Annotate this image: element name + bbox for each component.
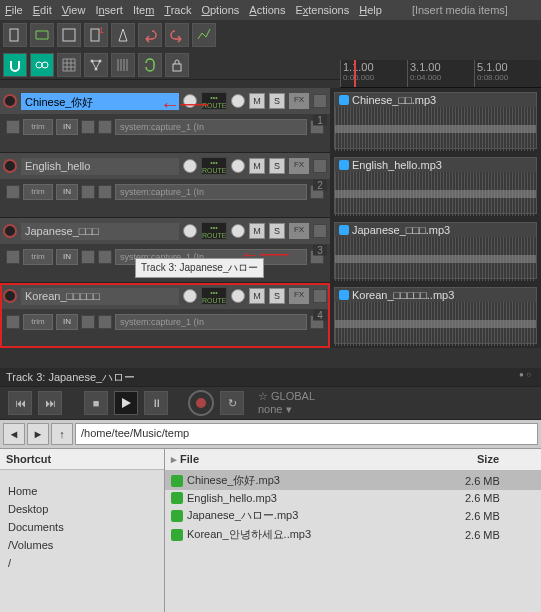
shortcut-item[interactable]: Home: [0, 482, 164, 500]
menu-actions[interactable]: Actions: [249, 4, 285, 16]
menu-item[interactable]: Item: [133, 4, 154, 16]
clip-lane-4[interactable]: Korean_□□□□□..mp3: [330, 283, 541, 348]
record-arm-button[interactable]: [3, 94, 17, 108]
record-arm-button[interactable]: [3, 289, 17, 303]
record-button[interactable]: [188, 390, 214, 416]
nav-back-button[interactable]: ◄: [3, 423, 25, 445]
input-button[interactable]: IN: [56, 184, 78, 200]
solo-button[interactable]: S: [269, 223, 285, 239]
project-settings-button[interactable]: 1: [84, 23, 108, 47]
nav-up-button[interactable]: ↑: [51, 423, 73, 445]
item-info-icon[interactable]: [339, 95, 349, 105]
monitor-button[interactable]: [81, 250, 95, 264]
envelope-button[interactable]: [313, 94, 327, 108]
monitor-button[interactable]: [81, 315, 95, 329]
media-item[interactable]: Japanese_□□□.mp3: [334, 222, 537, 279]
input-fx-button[interactable]: [98, 250, 112, 264]
shortcut-item[interactable]: /Volumes: [0, 536, 164, 554]
input-source[interactable]: system:capture_1 (In: [115, 119, 307, 135]
track-name-field[interactable]: Korean_□□□□□: [21, 288, 179, 305]
ripple-button[interactable]: [30, 53, 54, 77]
lock-button[interactable]: [165, 53, 189, 77]
trim-button[interactable]: trim: [23, 314, 53, 330]
route-button[interactable]: ••• ROUTE: [201, 222, 227, 240]
open-project-button[interactable]: [30, 23, 54, 47]
media-item[interactable]: Korean_□□□□□..mp3: [334, 287, 537, 344]
stop-button[interactable]: ■: [84, 391, 108, 415]
input-fx-button[interactable]: [98, 185, 112, 199]
grid-button[interactable]: [57, 53, 81, 77]
pan-knob[interactable]: [231, 289, 245, 303]
record-mode-button[interactable]: [6, 185, 20, 199]
menu-edit[interactable]: Edit: [33, 4, 52, 16]
volume-knob[interactable]: [183, 159, 197, 173]
undo-button[interactable]: [138, 23, 162, 47]
input-button[interactable]: IN: [56, 249, 78, 265]
solo-button[interactable]: S: [269, 93, 285, 109]
file-row[interactable]: Korean_안녕하세요..mp3 2.6 MB: [165, 525, 541, 544]
mute-button[interactable]: M: [249, 158, 265, 174]
loop-button[interactable]: [138, 53, 162, 77]
snap-button[interactable]: [3, 53, 27, 77]
envelope-button[interactable]: [313, 289, 327, 303]
redo-button[interactable]: [165, 23, 189, 47]
trim-button[interactable]: trim: [23, 184, 53, 200]
mute-button[interactable]: M: [249, 288, 265, 304]
menu-file[interactable]: File: [5, 4, 23, 16]
solo-button[interactable]: S: [269, 288, 285, 304]
mute-button[interactable]: M: [249, 93, 265, 109]
input-button[interactable]: IN: [56, 119, 78, 135]
play-button[interactable]: [114, 391, 138, 415]
record-arm-button[interactable]: [3, 159, 17, 173]
path-input[interactable]: /home/tee/Music/temp: [75, 423, 538, 445]
record-arm-button[interactable]: [3, 224, 17, 238]
automation-mode[interactable]: ☆ GLOBAL none ▾: [258, 390, 315, 416]
save-project-button[interactable]: [57, 23, 81, 47]
clip-lane-1[interactable]: Chinese_□□.mp3: [330, 88, 541, 153]
trim-button[interactable]: trim: [23, 119, 53, 135]
shortcut-item[interactable]: /: [0, 554, 164, 572]
go-start-button[interactable]: ⏮: [8, 391, 32, 415]
record-mode-button[interactable]: [6, 315, 20, 329]
input-fx-button[interactable]: [98, 120, 112, 134]
menu-help[interactable]: Help: [359, 4, 382, 16]
file-row[interactable]: Japanese_ハロー.mp3 2.6 MB: [165, 506, 541, 525]
input-fx-button[interactable]: [98, 315, 112, 329]
clip-lane-3[interactable]: Japanese_□□□.mp3: [330, 218, 541, 283]
track-4[interactable]: Korean_□□□□□ ••• ROUTE M S FX trim IN sy…: [0, 283, 330, 348]
timeline-ruler[interactable]: 1.1.000:00.000 3.1.000:04.000 5.1.000:08…: [340, 60, 541, 88]
clip-lane-2[interactable]: English_hello.mp3: [330, 153, 541, 218]
file-row[interactable]: English_hello.mp3 2.6 MB: [165, 490, 541, 506]
solo-button[interactable]: S: [269, 158, 285, 174]
go-end-button[interactable]: ⏭: [38, 391, 62, 415]
nav-forward-button[interactable]: ►: [27, 423, 49, 445]
route-button[interactable]: ••• ROUTE: [201, 287, 227, 305]
envelope-button[interactable]: [313, 224, 327, 238]
volume-knob[interactable]: [183, 224, 197, 238]
menu-track[interactable]: Track: [164, 4, 191, 16]
track-2[interactable]: English_hello ••• ROUTE M S FX trim IN s…: [0, 153, 330, 218]
monitor-button[interactable]: [81, 120, 95, 134]
input-button[interactable]: IN: [56, 314, 78, 330]
pause-button[interactable]: ⏸: [144, 391, 168, 415]
menu-options[interactable]: Options: [201, 4, 239, 16]
fx-button[interactable]: FX: [289, 288, 309, 304]
file-column-header[interactable]: ▸ File: [165, 449, 471, 470]
menu-extensions[interactable]: Extensions: [295, 4, 349, 16]
track-name-field[interactable]: Chinese_你好: [21, 93, 179, 110]
mute-button[interactable]: M: [249, 223, 265, 239]
new-project-button[interactable]: [3, 23, 27, 47]
repeat-button[interactable]: ↻: [220, 391, 244, 415]
fx-button[interactable]: FX: [289, 93, 309, 109]
envelope-button[interactable]: [192, 23, 216, 47]
item-info-icon[interactable]: [339, 160, 349, 170]
input-source[interactable]: system:capture_1 (In: [115, 184, 307, 200]
shortcut-item[interactable]: Desktop: [0, 500, 164, 518]
grouping-button[interactable]: [84, 53, 108, 77]
input-source[interactable]: system:capture_1 (In: [115, 314, 307, 330]
record-mode-button[interactable]: [6, 120, 20, 134]
pan-knob[interactable]: [231, 159, 245, 173]
trim-button[interactable]: trim: [23, 249, 53, 265]
media-item[interactable]: Chinese_□□.mp3: [334, 92, 537, 149]
arrange-view[interactable]: Chinese_□□.mp3 English_hello.mp3 Japanes…: [330, 88, 541, 348]
